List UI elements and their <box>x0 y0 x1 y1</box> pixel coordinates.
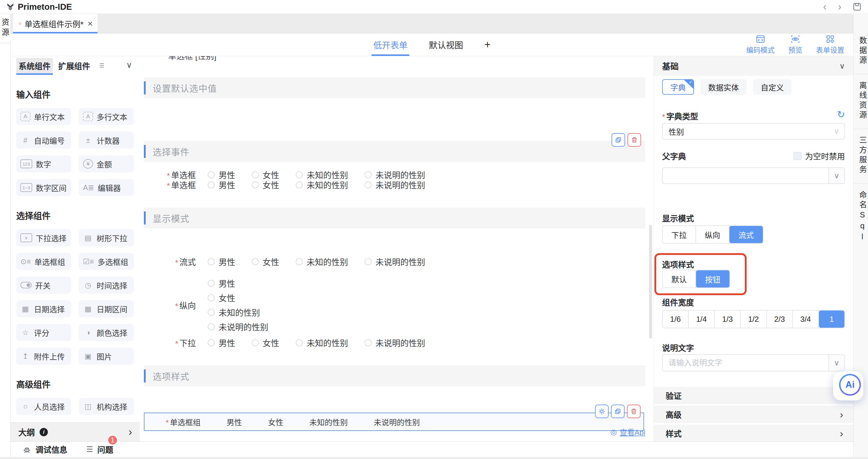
palette-item-date-range[interactable]: ▦日期区间 <box>79 300 134 317</box>
width-2-3[interactable]: 2/3 <box>767 311 793 328</box>
dict-type-select[interactable]: 性别 ∨ <box>662 123 845 140</box>
palette-item-rating[interactable]: ☆评分 <box>16 324 71 341</box>
radio-option[interactable]: 男性 <box>208 337 235 349</box>
rail-item-offline-resources[interactable]: 离线资源 <box>854 74 868 129</box>
palette-item-tree-dropdown[interactable]: ▤树形下拉 <box>79 229 134 246</box>
radio-icon[interactable] <box>365 258 372 265</box>
palette-item-multi-text[interactable]: A多行文本 <box>79 108 134 125</box>
style-default[interactable]: 默认 <box>663 270 696 287</box>
save-icon[interactable] <box>852 2 862 11</box>
palette-item-dropdown[interactable]: ∨下拉选择 <box>16 229 71 246</box>
radio-option[interactable]: 未说明的性别 <box>365 179 425 191</box>
tab-dictionary[interactable]: 字典 ✓ <box>662 79 694 95</box>
radio-icon[interactable] <box>365 181 372 189</box>
radio-option[interactable]: 男性 <box>208 179 235 191</box>
radio-icon[interactable] <box>296 339 303 346</box>
radio-option[interactable]: 未知的性别 <box>296 337 348 349</box>
tab-extended-components[interactable]: 扩展组件 <box>55 58 93 73</box>
radio-option[interactable]: 未知的性别 <box>208 307 268 318</box>
debug-info-button[interactable]: 调试信息 <box>23 443 67 455</box>
radio-icon[interactable] <box>208 258 215 265</box>
radio-option[interactable]: 未说明的性别 <box>365 256 425 268</box>
delete-button[interactable] <box>627 405 641 418</box>
section-validation[interactable]: 验证 › <box>654 387 853 404</box>
palette-item-number-range[interactable]: 1~3数字区间 <box>16 179 71 196</box>
width-1-4[interactable]: 1/4 <box>689 311 715 328</box>
rail-item-resources[interactable]: 资源 <box>0 18 10 43</box>
rail-item-named-sql[interactable]: 命名Sql <box>854 184 868 251</box>
rail-item-datasource[interactable]: 数据源 <box>854 29 868 74</box>
radio-option[interactable]: 未说明的性别 <box>208 321 268 333</box>
chevron-down-icon[interactable]: ∨ <box>839 61 845 71</box>
section-header-select-event[interactable]: 选择事件 <box>144 141 645 162</box>
palette-item-counter[interactable]: ±计数器 <box>79 132 134 149</box>
radio-row-event[interactable]: *单选框 男性 女性 未知的性别 未说明的性别 <box>140 178 645 192</box>
tab-default-view[interactable]: 默认视图 <box>429 33 463 56</box>
form-settings-button[interactable]: 表单设置 <box>816 35 844 55</box>
description-input[interactable] <box>663 358 829 368</box>
radio-option[interactable]: 男性 <box>208 256 235 268</box>
palette-item-auto-number[interactable]: #自动编号 <box>16 132 71 149</box>
palette-item-radio-group[interactable]: ⊙≡单选框组 <box>16 253 71 270</box>
radio-option[interactable]: 女性 <box>208 292 268 304</box>
tab-custom[interactable]: 自定义 <box>753 79 792 95</box>
selected-radio-group-component[interactable]: *单选框组 男性 女性 未知的性别 未说明的性别 <box>144 412 644 431</box>
nav-back-icon[interactable]: ‹ <box>823 2 827 11</box>
close-icon[interactable]: × <box>88 19 93 29</box>
settings-button[interactable] <box>595 405 609 418</box>
copy-button[interactable] <box>612 133 625 147</box>
rail-item-third-party-services[interactable]: 三方服务 <box>854 129 868 184</box>
radio-icon[interactable] <box>208 181 215 189</box>
radio-icon[interactable] <box>208 280 215 287</box>
section-header-default-value[interactable]: 设置默认选中值 <box>144 78 645 98</box>
mode-vertical[interactable]: 纵向 <box>696 226 730 243</box>
tab-data-entity[interactable]: 数据实体 <box>701 79 747 95</box>
tab-lowcode-form[interactable]: 低开表单 <box>373 33 407 56</box>
style-button[interactable]: 按钮 <box>696 270 730 287</box>
radio-icon[interactable] <box>208 323 215 331</box>
palette-item-color-picker[interactable]: ◑颜色选择 <box>79 324 134 341</box>
document-tab[interactable]: 单选框组件示例* × <box>13 14 97 33</box>
problems-button[interactable]: ☰ 问题 1 <box>86 443 113 455</box>
nav-forward-icon[interactable]: › <box>838 2 841 11</box>
parent-dict-select[interactable]: ∨ <box>662 167 845 184</box>
mode-dropdown[interactable]: 下拉 <box>663 226 696 243</box>
radio-row-dropdown[interactable]: *下拉 男性 女性 未知的性别 未说明的性别 <box>140 336 645 350</box>
radio-icon[interactable] <box>252 339 259 346</box>
palette-item-file-upload[interactable]: ↥附件上传 <box>16 347 71 365</box>
radio-option[interactable]: 男性 <box>208 278 268 289</box>
radio-option[interactable]: 未知的性别 <box>296 179 348 191</box>
width-1-3[interactable]: 1/3 <box>715 311 741 328</box>
radio-icon[interactable] <box>296 171 303 178</box>
radio-option[interactable]: 女性 <box>252 256 279 268</box>
radio-icon[interactable] <box>208 171 215 178</box>
chevron-down-icon[interactable]: ∨ <box>126 60 132 70</box>
radio-icon[interactable] <box>208 339 215 346</box>
tab-system-components[interactable]: 系统组件 <box>16 58 53 73</box>
radio-icon[interactable] <box>252 181 259 189</box>
section-style[interactable]: 样式 › <box>654 425 853 442</box>
radio-icon[interactable] <box>365 339 372 346</box>
palette-item-checkbox-group[interactable]: ☑≡多选框组 <box>79 253 134 270</box>
button-option[interactable]: 未说明的性别 <box>374 417 420 427</box>
radio-icon[interactable] <box>252 258 259 265</box>
width-1-6[interactable]: 1/6 <box>663 311 689 328</box>
delete-button[interactable] <box>627 133 641 147</box>
ai-assistant-button[interactable]: Ai <box>833 371 863 400</box>
palette-item-editor[interactable]: A≣编辑器 <box>79 179 134 196</box>
view-api-link[interactable]: ◎ 查看Api <box>610 427 645 437</box>
radio-icon[interactable] <box>208 309 215 316</box>
palette-item-single-text[interactable]: A单行文本 <box>16 108 71 125</box>
code-mode-button[interactable]: 编码模式 <box>746 35 775 55</box>
radio-icon[interactable] <box>208 294 215 302</box>
mode-flow[interactable]: 流式 <box>730 226 763 243</box>
copy-button[interactable] <box>611 405 625 418</box>
canvas-scrollbar[interactable] <box>649 225 652 339</box>
basic-section-header[interactable]: 基础 ∨ <box>654 56 853 76</box>
filter-icon[interactable]: ☰ <box>99 62 104 69</box>
outline-bar[interactable]: 大纲 i › <box>11 422 140 441</box>
palette-item-org-picker[interactable]: ◫机构选择 <box>79 398 134 415</box>
palette-item-time-picker[interactable]: ◷时间选择 <box>79 277 134 294</box>
radio-option[interactable]: 女性 <box>252 337 279 349</box>
radio-option[interactable]: 女性 <box>252 179 279 191</box>
